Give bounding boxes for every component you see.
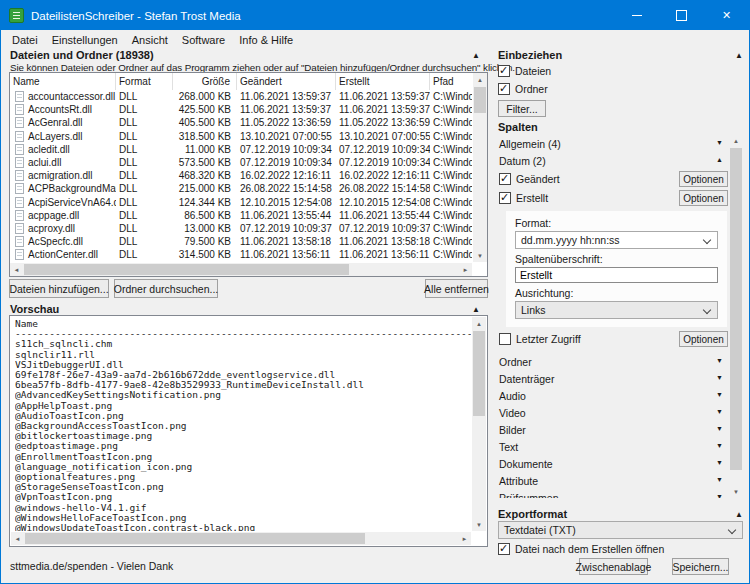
scroll-down-icon[interactable] <box>473 249 487 262</box>
scroll-down-icon[interactable] <box>472 518 486 531</box>
menu-item[interactable]: Datei <box>5 32 45 48</box>
erstellt-checkbox-row[interactable]: Erstellt <box>499 192 548 204</box>
horizontal-scrollbar-thumb[interactable] <box>24 264 349 275</box>
column-group[interactable]: Text <box>498 439 729 456</box>
table-row[interactable]: ACPBackgroundMana... DLL 215.000 KB 26.0… <box>10 182 472 195</box>
column-group[interactable]: Attribute <box>498 473 729 490</box>
browse-folder-button[interactable]: Ordner durchsuchen... <box>114 279 218 298</box>
letzter-zugriff-checkbox-row[interactable]: Letzter Zugriff <box>499 333 581 345</box>
table-row[interactable]: acproxy.dll DLL 13.000 KB 07.12.2019 10:… <box>10 222 472 235</box>
collapse-icon[interactable] <box>735 508 743 519</box>
column-group-allgemein[interactable]: Allgemein (4) <box>498 136 729 153</box>
scroll-up-icon[interactable] <box>473 73 487 86</box>
column-header-modified[interactable]: Geändert <box>237 73 336 90</box>
chevron-down-icon[interactable] <box>716 371 723 382</box>
table-row[interactable]: AcGenral.dll DLL 405.500 KB 11.05.2022 1… <box>10 116 472 129</box>
scroll-down-icon[interactable] <box>729 485 743 498</box>
remove-all-button[interactable]: Alle entfernen <box>425 279 488 298</box>
scroll-up-icon[interactable] <box>472 317 486 330</box>
menu-item[interactable]: Einstellungen <box>45 32 125 48</box>
vertical-scrollbar-thumb[interactable] <box>730 148 742 470</box>
collapse-icon[interactable] <box>735 49 743 60</box>
maximize-icon[interactable] <box>659 1 704 30</box>
open-after-create-checkbox-row[interactable]: Datei nach dem Erstellen öffnen <box>498 543 664 555</box>
export-format-select[interactable]: Textdatei (TXT) <box>498 521 743 539</box>
preview-vertical-scrollbar[interactable] <box>472 317 486 531</box>
chevron-down-icon[interactable] <box>716 473 723 484</box>
column-header-path[interactable]: Pfad <box>430 73 472 90</box>
filter-button[interactable]: Filter... <box>498 100 546 117</box>
collapse-icon[interactable] <box>472 303 480 314</box>
column-group[interactable]: Video <box>498 405 729 422</box>
checkbox-icon[interactable] <box>498 65 510 77</box>
table-row[interactable]: accountaccessor.dll DLL 268.000 KB 11.06… <box>10 90 472 103</box>
collapse-icon[interactable] <box>472 49 480 60</box>
scroll-right-icon[interactable] <box>458 532 471 545</box>
include-checkbox-row[interactable]: Ordner <box>498 80 658 98</box>
include-checkbox-row[interactable]: Dateien <box>498 62 658 80</box>
column-header-created[interactable]: Erstellt <box>336 73 430 90</box>
close-icon[interactable] <box>704 1 749 30</box>
menu-item[interactable]: Info & Hilfe <box>232 32 300 48</box>
vertical-scrollbar-thumb[interactable] <box>473 331 485 416</box>
checkbox-icon[interactable] <box>499 192 511 204</box>
menu-item[interactable]: Ansicht <box>125 32 175 48</box>
column-header-format[interactable]: Format <box>116 73 173 90</box>
table-row[interactable]: aclui.dll DLL 573.500 KB 07.12.2019 10:0… <box>10 156 472 169</box>
checkbox-icon[interactable] <box>499 333 511 345</box>
chevron-down-icon[interactable] <box>716 490 723 498</box>
column-header-size[interactable]: Größe <box>173 73 237 90</box>
chevron-down-icon[interactable] <box>716 388 723 399</box>
table-row[interactable]: AcSpecfc.dll DLL 79.500 KB 11.06.2021 13… <box>10 235 472 248</box>
table-row[interactable]: acledit.dll DLL 11.000 KB 07.12.2019 10:… <box>10 143 472 156</box>
scroll-left-icon[interactable] <box>10 263 23 276</box>
column-group[interactable]: Dokumente <box>498 456 729 473</box>
horizontal-scrollbar-thumb[interactable] <box>25 533 365 544</box>
table-row[interactable]: AcLayers.dll DLL 318.500 KB 13.10.2021 0… <box>10 130 472 143</box>
column-group[interactable]: Prüfsummen <box>498 490 729 498</box>
date-format-select[interactable]: dd.mm.yyyy hh:nn:ss <box>515 231 718 249</box>
column-header-input[interactable] <box>515 267 718 283</box>
menu-item[interactable]: Software <box>175 32 232 48</box>
column-group-datum[interactable]: Datum (2) <box>498 153 729 170</box>
add-files-button[interactable]: Dateien hinzufügen... <box>9 279 109 298</box>
minimize-icon[interactable] <box>614 1 659 30</box>
checkbox-icon[interactable] <box>499 173 511 185</box>
geaendert-options-button[interactable]: Optionen <box>679 171 728 187</box>
table-row[interactable]: AccountsRt.dll DLL 425.500 KB 11.06.2021… <box>10 103 472 116</box>
scroll-right-icon[interactable] <box>459 263 472 276</box>
clipboard-button[interactable]: Zwischenablage <box>579 558 648 575</box>
table-vertical-scrollbar[interactable] <box>473 73 487 262</box>
checkbox-icon[interactable] <box>498 543 510 555</box>
table-row[interactable]: acmigration.dll DLL 468.320 KB 16.02.202… <box>10 169 472 182</box>
table-row[interactable]: acppage.dll DLL 86.500 KB 11.06.2021 13:… <box>10 209 472 222</box>
chevron-down-icon[interactable] <box>716 439 723 450</box>
save-button[interactable]: Speichern... <box>672 558 729 575</box>
scroll-up-icon[interactable] <box>729 134 743 147</box>
chevron-down-icon[interactable] <box>716 354 723 365</box>
column-header-name[interactable]: Name <box>10 73 116 90</box>
letzter-zugriff-options-button[interactable]: Optionen <box>679 331 728 347</box>
sidebar-vertical-scrollbar[interactable] <box>729 134 743 498</box>
column-group[interactable]: Ordner <box>498 354 729 371</box>
table-row[interactable]: ActionCenter.dll DLL 314.500 KB 11.06.20… <box>10 248 472 261</box>
column-group[interactable]: Datenträger <box>498 371 729 388</box>
scroll-left-icon[interactable] <box>11 532 24 545</box>
table-row[interactable]: AcpiServiceVnA64.dll DLL 124.344 KB 12.1… <box>10 196 472 209</box>
preview-box[interactable]: Name------------------------------------… <box>9 315 488 547</box>
column-group[interactable]: Audio <box>498 388 729 405</box>
chevron-down-icon[interactable] <box>716 422 723 433</box>
chevron-down-icon[interactable] <box>716 405 723 416</box>
checkbox-icon[interactable] <box>498 83 510 95</box>
alignment-select[interactable]: Links <box>515 301 718 319</box>
chevron-up-icon[interactable] <box>716 153 723 164</box>
vertical-scrollbar-thumb[interactable] <box>474 87 486 113</box>
geaendert-checkbox-row[interactable]: Geändert <box>499 173 560 185</box>
preview-horizontal-scrollbar[interactable] <box>11 532 471 545</box>
table-horizontal-scrollbar[interactable] <box>10 263 472 276</box>
chevron-down-icon[interactable] <box>716 136 723 147</box>
group-label: Text <box>499 441 518 453</box>
column-group[interactable]: Bilder <box>498 422 729 439</box>
chevron-down-icon[interactable] <box>716 456 723 467</box>
erstellt-options-button[interactable]: Optionen <box>679 190 728 206</box>
